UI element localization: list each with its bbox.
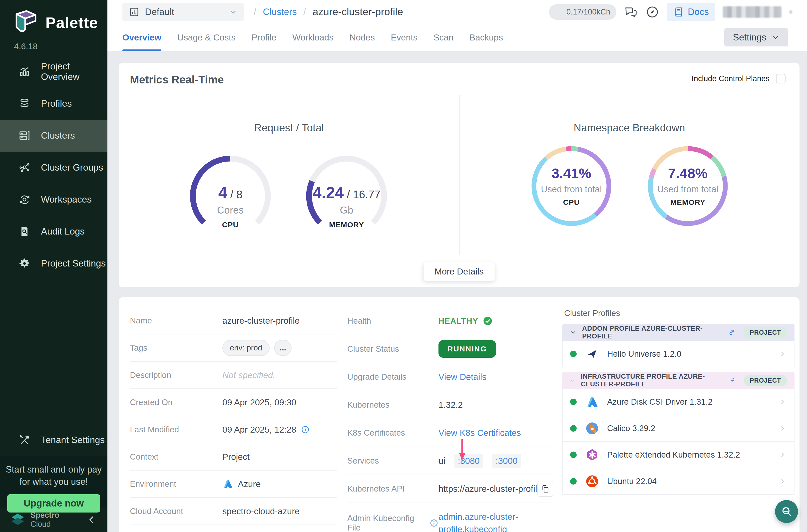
include-control-planes-checkbox[interactable] [776, 74, 786, 83]
detail-row-upgrade-details: Upgrade Details View Details [347, 363, 553, 391]
tabs: Overview Usage & Costs Profile Workloads… [123, 24, 503, 51]
hello-universe-icon [586, 347, 599, 360]
tab-overview[interactable]: Overview [123, 24, 162, 51]
chat-icon[interactable] [624, 5, 638, 19]
view-k8s-certificates-link[interactable]: View K8s Certificates [438, 428, 521, 438]
docs-button[interactable]: Docs [667, 3, 715, 21]
detail-row-tags: Tags env: prod ... [130, 335, 337, 362]
tab-usage-costs[interactable]: Usage & Costs [177, 24, 236, 51]
profile-row-ubuntu[interactable]: Ubuntu 22.04 [562, 468, 794, 495]
sidebar-item-tenant-settings[interactable]: Tenant Settings [0, 424, 108, 456]
detail-label: Cloud Account [130, 507, 222, 516]
sidebar-item-label: Audit Logs [41, 226, 85, 237]
sidebar-item-label: Workspaces [41, 194, 92, 205]
sidebar-item-project-overview[interactable]: Project Overview [0, 56, 108, 88]
settings-button[interactable]: Settings [724, 28, 788, 46]
memory-donut-percent: 7.48% [643, 165, 733, 181]
ubuntu-icon [586, 475, 599, 488]
cpu-gauge: 4 / 8 Cores CPU [185, 151, 275, 241]
sidebar-item-clusters[interactable]: Clusters [0, 120, 108, 152]
chevron-right-icon [778, 424, 787, 432]
user-account-blurred[interactable] [723, 6, 782, 18]
tab-nodes[interactable]: Nodes [350, 24, 375, 51]
detail-label: Description [130, 370, 222, 380]
search-fab-button[interactable] [775, 500, 798, 523]
view-details-link[interactable]: View Details [438, 372, 486, 382]
usage-meter-pill: 0.17/100kCh [549, 4, 616, 20]
kubeconfig-link[interactable]: admin.azure-cluster-profile.kubeconfig [438, 511, 518, 532]
breadcrumb-current: azure-cluster-profile [313, 6, 403, 18]
info-icon[interactable] [301, 425, 310, 434]
profile-row-palette-extended-k8s[interactable]: Palette eXtended Kubernetes 1.32.2 [562, 442, 794, 468]
chevron-down-icon [771, 33, 780, 42]
detail-row-kubernetes: Kubernetes 1.32.2 [347, 391, 553, 419]
cpu-gauge-label: CPU [185, 221, 275, 229]
spectro-cloud-logo-icon [11, 513, 25, 527]
sidebar-item-label: Profiles [41, 98, 72, 109]
divider [459, 95, 460, 255]
detail-row-services: Services ui :8080 :3000 [347, 447, 553, 475]
profile-row-hello-universe[interactable]: Hello Universe 1.2.0 [562, 341, 794, 367]
more-details-button[interactable]: More Details [424, 262, 494, 281]
infrastructure-profile-header[interactable]: INFRASTRUCTURE PROFILE AZURE-CLUSTER-PRO… [562, 372, 794, 389]
link-icon[interactable] [729, 376, 736, 385]
copy-button[interactable] [538, 481, 553, 497]
cpu-donut-label: CPU [526, 198, 616, 207]
sidebar-item-cluster-groups[interactable]: Cluster Groups [0, 152, 108, 184]
cpu-donut-caption: Used from total [526, 184, 616, 194]
details-left-column: Name azure-cluster-profile Tags env: pro… [130, 307, 337, 532]
metrics-card: Metrics Real-Time Include Control Planes… [119, 63, 800, 287]
azure-icon [222, 478, 233, 490]
tab-backups[interactable]: Backups [469, 24, 503, 51]
detail-row-k8s-certificates: K8s Certificates View K8s Certificates [347, 419, 553, 447]
breadcrumb-sep: / [303, 6, 306, 18]
copy-icon [541, 484, 550, 494]
annotation-arrow [458, 438, 467, 461]
link-icon[interactable] [728, 328, 736, 337]
sidebar-item-profiles[interactable]: Profiles [0, 88, 108, 120]
tab-scan[interactable]: Scan [433, 24, 453, 51]
brand: Palette [13, 9, 98, 36]
chevron-down-icon [229, 8, 238, 16]
memory-gauge-unit: Gb [302, 205, 392, 216]
memory-donut-label: MEMORY [643, 198, 733, 207]
promo-text: Start small and only pay for what you us… [0, 463, 108, 488]
tags-more-button[interactable]: ... [274, 340, 292, 356]
detail-label: Kubernetes [347, 400, 438, 410]
project-scope-select[interactable]: Default [123, 3, 244, 21]
chevron-right-icon [778, 477, 787, 485]
compass-icon[interactable] [645, 5, 659, 19]
sidebar-item-audit-logs[interactable]: Audit Logs [0, 215, 108, 248]
detail-row-description: Description Not specified. [130, 362, 337, 389]
profile-row-azure-disk-csi[interactable]: Azure Disk CSI Driver 1.31.2 [562, 389, 794, 415]
spectro-cloud-label: Spectro Cloud [31, 511, 59, 529]
metrics-title: Metrics Real-Time [130, 73, 224, 86]
palette-logo-icon [13, 9, 39, 36]
collapse-sidebar-icon[interactable] [87, 515, 97, 525]
status-dot [570, 478, 577, 484]
sidebar-item-label: Cluster Groups [41, 162, 103, 173]
detail-label: Last Modified [130, 425, 222, 434]
sidebar-item-project-settings[interactable]: Project Settings [0, 248, 108, 280]
breadcrumb-clusters-link[interactable]: Clusters [263, 7, 297, 17]
status-badge: RUNNING [438, 340, 496, 358]
detail-label: K8s Certificates [347, 428, 438, 438]
profile-pack-name: Ubuntu 22.04 [607, 477, 657, 486]
addon-profile-header[interactable]: ADDON PROFILE AZURE-CLUSTER-PROFILE PROJ… [562, 324, 794, 341]
sidebar-item-label: Tenant Settings [41, 435, 105, 445]
detail-row-environment: Environment Azure [130, 471, 337, 498]
tab-workloads[interactable]: Workloads [292, 24, 334, 51]
info-icon[interactable] [430, 518, 438, 528]
sidebar-item-workspaces[interactable]: Workspaces [0, 184, 108, 215]
profile-row-calico[interactable]: Calico 3.29.2 [562, 415, 794, 442]
tag-env-prod[interactable]: env: prod [222, 340, 269, 356]
sidebar: Palette 4.6.18 Project Overview Profiles [0, 0, 108, 532]
service-port-3000-link[interactable]: :3000 [492, 454, 521, 468]
chevron-right-icon [778, 398, 787, 406]
breadcrumb-sep: / [254, 6, 256, 18]
tab-profile[interactable]: Profile [251, 24, 276, 51]
sidebar-item-label: Project Settings [41, 258, 106, 269]
project-badge: PROJECT [744, 327, 787, 338]
request-total-title: Request / Total [119, 122, 459, 134]
tab-events[interactable]: Events [391, 24, 417, 51]
